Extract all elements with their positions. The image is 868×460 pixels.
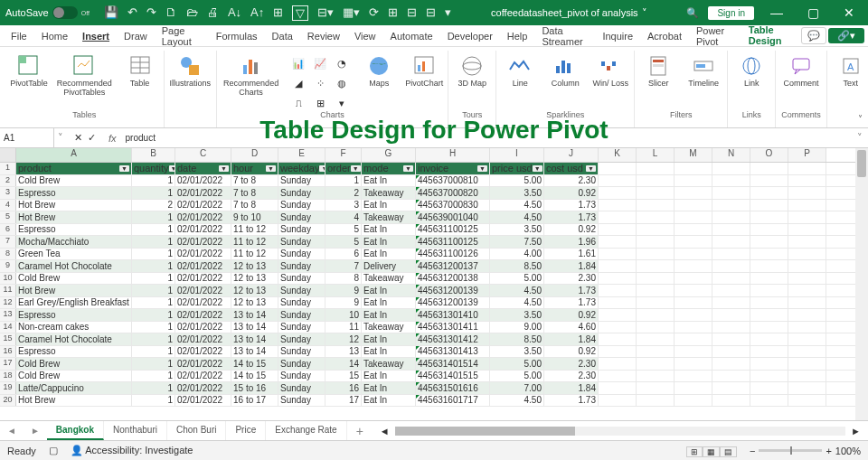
cell[interactable]: Cold Brew <box>16 273 132 285</box>
cell[interactable]: 16 to 17 <box>231 395 278 407</box>
filter-dropdown-icon[interactable]: ▼ <box>533 165 542 172</box>
cell[interactable] <box>675 175 712 187</box>
cell[interactable]: 9 <box>326 297 362 309</box>
cell[interactable]: 13 to 14 <box>231 322 278 333</box>
table-icon[interactable]: ▦▾ <box>343 5 360 21</box>
cell[interactable]: 445637000830 <box>416 200 490 211</box>
col-header-G[interactable]: G <box>362 148 416 162</box>
cell[interactable]: 02/01/2022 <box>175 382 231 394</box>
cell[interactable] <box>750 285 788 296</box>
hsb-right-icon[interactable]: ► <box>851 426 861 437</box>
cell[interactable]: 02/01/2022 <box>175 346 231 358</box>
cell[interactable]: 4.50 <box>490 297 544 309</box>
col-header-M[interactable]: M <box>675 148 712 162</box>
macro-record-icon[interactable]: ▢ <box>49 445 58 456</box>
cell[interactable] <box>675 249 712 260</box>
column-headers[interactable]: ABCDEFGHIJKLMNOP <box>0 148 868 163</box>
view-switcher[interactable]: ⊞▦▤ <box>686 446 737 456</box>
cell[interactable]: 4.50 <box>490 395 544 407</box>
cell[interactable]: Cold Brew <box>16 175 132 187</box>
pivot-icon[interactable]: ⊟▾ <box>317 5 334 21</box>
cell[interactable] <box>675 285 712 296</box>
cell[interactable]: 13 to 14 <box>231 309 278 321</box>
cell[interactable]: 9.00 <box>490 322 544 333</box>
cell[interactable] <box>788 200 826 211</box>
cell[interactable] <box>788 297 826 309</box>
cell[interactable] <box>599 297 637 309</box>
cell[interactable]: Sunday <box>278 273 326 285</box>
sheet-tab-bangkok[interactable]: Bangkok <box>47 421 104 440</box>
cell[interactable] <box>599 273 637 285</box>
cell[interactable]: Sunday <box>278 346 326 358</box>
cell[interactable]: Hot Brew <box>16 200 132 211</box>
cell[interactable]: 1 <box>132 236 175 248</box>
row-header[interactable]: 1 <box>0 163 16 174</box>
cell[interactable] <box>750 346 788 358</box>
title-dropdown-icon[interactable]: ˅ <box>642 7 647 19</box>
cell[interactable] <box>599 224 637 236</box>
col-header-I[interactable]: I <box>490 148 544 162</box>
tab-inquire[interactable]: Inquire <box>595 27 640 45</box>
cell[interactable] <box>637 211 675 223</box>
cell[interactable]: 02/01/2022 <box>175 211 231 223</box>
cell[interactable]: 7 to 8 <box>231 175 278 187</box>
cell[interactable]: 1 <box>132 285 175 296</box>
cell[interactable] <box>750 333 788 345</box>
table-header-cell[interactable] <box>712 163 750 174</box>
cell[interactable]: Takeaway <box>362 322 416 333</box>
text-button[interactable]: AText <box>833 54 868 89</box>
cell[interactable]: Espresso <box>16 224 132 236</box>
cell[interactable] <box>599 333 637 345</box>
cell[interactable] <box>599 200 637 211</box>
cell[interactable]: 445637000810 <box>416 175 490 187</box>
open-icon[interactable]: 🗁 <box>186 5 198 21</box>
filter-icon[interactable]: ▽ <box>292 5 308 21</box>
cell[interactable]: 5.00 <box>490 175 544 187</box>
cell[interactable]: 2 <box>326 187 362 199</box>
row-header[interactable]: 10 <box>0 273 16 285</box>
row-header[interactable]: 2 <box>0 175 16 187</box>
col-header-D[interactable]: D <box>231 148 278 162</box>
cell[interactable] <box>637 346 675 358</box>
filter-dropdown-icon[interactable]: ▼ <box>219 165 229 172</box>
cell[interactable]: Latte/Cappucino <box>16 382 132 394</box>
comment-button[interactable]: Comment <box>783 54 819 89</box>
cell[interactable]: 4.50 <box>490 200 544 211</box>
cell[interactable]: Eat In <box>362 395 416 407</box>
cell[interactable] <box>712 285 750 296</box>
maximize-button[interactable]: ▢ <box>799 5 826 20</box>
cell[interactable]: 2.30 <box>544 273 599 285</box>
cell[interactable] <box>712 346 750 358</box>
cell[interactable]: 1 <box>132 175 175 187</box>
add-sheet-button[interactable]: + <box>347 424 373 438</box>
cell[interactable]: 02/01/2022 <box>175 358 231 370</box>
cell[interactable]: Eat In <box>362 224 416 236</box>
sparkline-line-button[interactable]: Line <box>502 54 538 89</box>
cell[interactable] <box>675 273 712 285</box>
cell[interactable] <box>675 322 712 333</box>
enter-formula-icon[interactable]: ✓ <box>88 132 96 144</box>
sheet-tab-chon-buri[interactable]: Chon Buri <box>167 421 226 440</box>
cell[interactable]: 445631401515 <box>416 371 490 382</box>
cell[interactable]: Sunday <box>278 358 326 370</box>
table-header-cell[interactable] <box>788 163 826 174</box>
cell[interactable]: Eat In <box>362 200 416 211</box>
cell[interactable] <box>675 395 712 407</box>
col-header-B[interactable]: B <box>132 148 175 162</box>
cell[interactable]: 11 to 12 <box>231 236 278 248</box>
cell[interactable] <box>750 249 788 260</box>
cell[interactable]: 4.00 <box>490 249 544 260</box>
comments-button[interactable]: 💬 <box>801 27 826 44</box>
cell[interactable] <box>637 322 675 333</box>
cell[interactable] <box>712 236 750 248</box>
table-header-cell[interactable]: cost usd▼ <box>544 163 599 174</box>
cell[interactable] <box>637 333 675 345</box>
minimize-button[interactable]: — <box>763 5 790 20</box>
cell[interactable] <box>750 260 788 272</box>
cell[interactable]: 9 to 10 <box>231 211 278 223</box>
col-header-J[interactable]: J <box>544 148 599 162</box>
cell[interactable]: Eat In <box>362 285 416 296</box>
cell[interactable]: 02/01/2022 <box>175 297 231 309</box>
row-header[interactable]: 12 <box>0 297 16 309</box>
cell[interactable]: 4 <box>326 211 362 223</box>
